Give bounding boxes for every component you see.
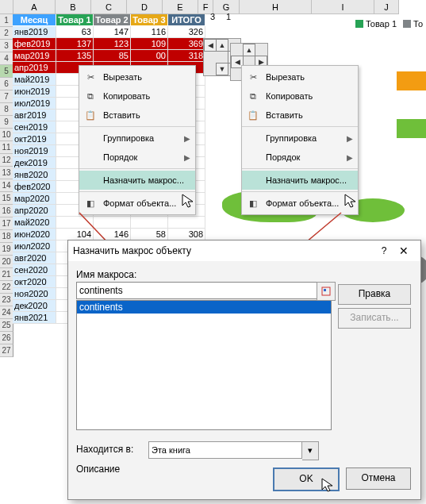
menu-item-paste[interactable]: 📋Вставить xyxy=(79,106,195,125)
edit-button[interactable]: Правка xyxy=(338,284,411,305)
row-header[interactable]: 11 xyxy=(0,141,13,154)
cell[interactable]: 109 xyxy=(131,38,168,50)
menu-item-copy[interactable]: ⧉Копировать xyxy=(242,87,358,106)
cell[interactable]: сен2020 xyxy=(13,264,56,276)
cell[interactable]: 104 xyxy=(56,229,94,240)
row-header[interactable]: 4 xyxy=(0,52,13,65)
outline-level-3[interactable]: 3 xyxy=(208,12,217,21)
cell[interactable]: окт2019 xyxy=(13,133,56,145)
cell[interactable] xyxy=(131,217,168,229)
column-header[interactable]: A xyxy=(13,0,56,14)
cell[interactable]: 63 xyxy=(56,26,94,38)
row-header[interactable]: 26 xyxy=(0,332,13,344)
cell[interactable]: июн2020 xyxy=(13,229,56,240)
cell[interactable]: июн2019 xyxy=(13,86,56,98)
cell[interactable]: ноя2019 xyxy=(13,145,56,157)
scroll-left-icon[interactable]: ◀ xyxy=(204,39,217,52)
column-header[interactable] xyxy=(0,0,13,14)
column-header[interactable]: D xyxy=(127,0,163,14)
cell[interactable]: 135 xyxy=(56,50,94,62)
scroll-up-icon[interactable]: ▲ xyxy=(243,44,255,56)
location-combo[interactable]: Эта книга xyxy=(148,441,302,459)
range-select-button[interactable] xyxy=(317,282,336,301)
outline-level-1[interactable]: 1 xyxy=(224,12,233,21)
cancel-button[interactable]: Отмена xyxy=(346,467,411,490)
cell[interactable]: 308 xyxy=(168,229,205,240)
menu-item-format-object[interactable]: ◧Формат объекта... xyxy=(79,194,195,213)
macro-list[interactable]: continents xyxy=(76,300,332,430)
row-header[interactable]: 10 xyxy=(0,129,13,141)
row-header[interactable]: 27 xyxy=(0,344,13,357)
cell[interactable]: 326 xyxy=(168,26,205,38)
row-header[interactable]: 20 xyxy=(0,256,13,268)
cell[interactable]: янв2021 xyxy=(13,312,56,324)
column-header[interactable]: H xyxy=(240,0,312,14)
cell[interactable]: 123 xyxy=(94,38,131,50)
cell[interactable]: май2020 xyxy=(13,217,56,229)
cell[interactable]: 146 xyxy=(94,229,131,240)
row-header[interactable]: 23 xyxy=(0,294,13,306)
column-header[interactable]: E xyxy=(163,0,198,14)
menu-item-group[interactable]: Группировка▶ xyxy=(242,129,358,148)
chevron-down-icon[interactable]: ▾ xyxy=(302,441,319,460)
menu-item-order[interactable]: Порядок▶ xyxy=(242,148,358,167)
cell[interactable]: ноя2020 xyxy=(13,288,56,300)
cell[interactable]: мар2020 xyxy=(13,193,56,205)
row-header[interactable]: 21 xyxy=(0,268,13,281)
scroll-up-icon[interactable]: ▲ xyxy=(216,39,228,52)
cell[interactable]: дек2019 xyxy=(13,157,56,169)
row-header[interactable]: 2 xyxy=(0,27,13,40)
close-button[interactable]: ✕ xyxy=(392,244,416,257)
cell[interactable]: 116 xyxy=(131,26,168,38)
cell[interactable]: янв2020 xyxy=(13,169,56,181)
cell[interactable]: апр2019 xyxy=(13,62,56,74)
menu-item-cut[interactable]: ✂Вырезать xyxy=(242,67,358,87)
menu-item-paste[interactable]: 📋Вставить xyxy=(242,106,358,125)
cell[interactable]: 58 xyxy=(131,229,168,240)
row-header[interactable]: 7 xyxy=(0,90,13,103)
cell[interactable] xyxy=(168,217,205,229)
column-header[interactable]: C xyxy=(91,0,127,14)
row-header[interactable]: 8 xyxy=(0,103,13,116)
cell[interactable]: фев2020 xyxy=(13,181,56,193)
row-header[interactable]: 5 xyxy=(0,65,13,78)
context-menu-1[interactable]: ✂Вырезать ⧉Копировать 📋Вставить Группиро… xyxy=(79,65,196,215)
menu-item-cut[interactable]: ✂Вырезать xyxy=(79,67,195,87)
column-header[interactable]: I xyxy=(312,0,374,14)
cell[interactable] xyxy=(56,217,94,229)
row-header[interactable]: 19 xyxy=(0,243,13,256)
menu-item-order[interactable]: Порядок▶ xyxy=(79,148,195,167)
column-header[interactable]: B xyxy=(56,0,91,14)
cell[interactable]: фев2019 xyxy=(13,38,56,50)
row-header[interactable]: 25 xyxy=(0,319,13,332)
row-header[interactable]: 17 xyxy=(0,217,13,230)
cell[interactable]: 137 xyxy=(56,38,94,50)
cell[interactable]: авг2020 xyxy=(13,252,56,264)
row-header[interactable]: 6 xyxy=(0,78,13,90)
list-item[interactable]: continents xyxy=(77,301,331,314)
cell[interactable]: янв2019 xyxy=(13,26,56,38)
row-header[interactable]: 13 xyxy=(0,167,13,179)
cell[interactable]: окт2020 xyxy=(13,276,56,288)
menu-item-format-object[interactable]: ◧Формат объекта... xyxy=(242,194,358,213)
row-header[interactable]: 16 xyxy=(0,205,13,217)
cell[interactable]: июл2019 xyxy=(13,98,56,110)
cell[interactable]: 318 xyxy=(168,50,205,62)
row-header[interactable]: 18 xyxy=(0,230,13,243)
row-header[interactable]: 15 xyxy=(0,192,13,205)
cell[interactable]: 85 xyxy=(94,50,131,62)
column-header[interactable]: J xyxy=(374,0,399,14)
context-menu-2[interactable]: ✂Вырезать ⧉Копировать 📋Вставить Группиро… xyxy=(241,65,359,215)
menu-item-copy[interactable]: ⧉Копировать xyxy=(79,87,195,106)
cell[interactable]: апр2020 xyxy=(13,205,56,217)
cell[interactable]: мар2019 xyxy=(13,50,56,62)
row-header[interactable]: 14 xyxy=(0,179,13,192)
cell[interactable]: июл2020 xyxy=(13,240,56,252)
macro-name-input[interactable] xyxy=(76,282,317,299)
cell[interactable] xyxy=(94,217,131,229)
scroll-down-icon[interactable]: ▼ xyxy=(216,63,228,75)
cell[interactable]: 147 xyxy=(94,26,131,38)
row-header[interactable]: 9 xyxy=(0,116,13,129)
row-header[interactable]: 22 xyxy=(0,281,13,294)
cell[interactable]: авг2019 xyxy=(13,110,56,121)
